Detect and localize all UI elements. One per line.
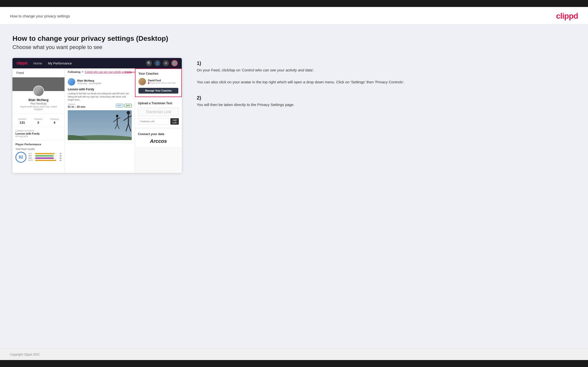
pp-score: 92 xyxy=(15,152,26,163)
pp-row: 92 OTT90APP85ARG86PUTT96 xyxy=(15,152,62,163)
user-avatar-nav[interactable] xyxy=(171,60,178,66)
activity-user-avatar xyxy=(68,78,75,86)
pp-bar-row: PUTT96 xyxy=(28,159,62,161)
coaches-section: Your Coaches David Ford Royal North Devo… xyxy=(135,68,182,97)
stat-activities-value: 131 xyxy=(18,121,26,124)
copyright: Copyright Clippd 2022 xyxy=(10,353,40,356)
stat-followers-value: 3 xyxy=(34,121,42,124)
instruction-2: 2) You will then be taken directly to th… xyxy=(197,95,576,108)
activity-badges: OTT APP xyxy=(116,104,132,107)
stat-following-value: 4 xyxy=(50,121,59,124)
profile-stats: Activities 131 Followers 3 Following 4 xyxy=(12,113,65,127)
header: How to change your privacy settings clip… xyxy=(0,7,588,25)
coach-item: David Ford Royal North Devon Golf Club xyxy=(138,78,178,85)
instruction-1: 1) On your Feed, click/tap on 'Control w… xyxy=(197,60,576,85)
feed-tab[interactable]: Feed xyxy=(12,68,65,77)
profile-handicap: Plus Handicap xyxy=(15,102,62,105)
nav-link-home[interactable]: Home xyxy=(33,61,42,65)
settings-icon[interactable]: ⚙ xyxy=(163,60,169,66)
center-panel: Following ▼ Control who can see your act… xyxy=(65,68,135,173)
instructions: 1) On your Feed, click/tap on 'Control w… xyxy=(192,58,576,118)
following-button[interactable]: Following ▼ xyxy=(68,70,84,73)
nav-icons: 🔍 👤 ⚙ xyxy=(146,60,178,66)
activity-user-info: Blair McHarg Yesterday · Sunningdale xyxy=(77,79,101,85)
coach-club-text: Royal North Devon Golf Club xyxy=(150,82,176,84)
svg-point-9 xyxy=(127,111,130,114)
pp-bar-fill xyxy=(35,153,55,154)
activity-card: Blair McHarg Yesterday · Sunningdale Les… xyxy=(65,76,135,143)
location-icon xyxy=(148,82,149,84)
stat-followers-label: Followers xyxy=(34,118,42,120)
right-panel: Your Coaches David Ford Royal North Devo… xyxy=(135,68,182,173)
pp-bar-row: ARG86 xyxy=(28,157,62,159)
profile-info: Blair McHarg Plus Handicap Royal North D… xyxy=(12,98,65,113)
pp-bar-label: OTT xyxy=(28,153,34,155)
activity-user-date: Yesterday · Sunningdale xyxy=(77,82,101,85)
arccos-logo: Arccos xyxy=(138,138,179,144)
following-label: Following xyxy=(68,70,80,73)
latest-activity: Latest Activity Lesson with Fordy 03 Aug… xyxy=(12,127,65,140)
pp-bar-track xyxy=(35,153,57,154)
coach-avatar xyxy=(138,78,146,85)
app-screenshot: clippd Home My Performance 🔍 👤 ⚙ Feed xyxy=(12,58,182,173)
pp-quality-label: Total Player Quality xyxy=(15,148,62,150)
trackman-placeholder: Trackman Link xyxy=(145,110,171,114)
annotation-line xyxy=(125,72,135,72)
page-subtitle: Choose what you want people to see xyxy=(12,44,576,51)
profile-avatar xyxy=(33,86,44,97)
pp-bar-label: ARG xyxy=(28,157,34,159)
duration-value: 01 hr : 30 min xyxy=(68,105,85,108)
activity-user-name: Blair McHarg xyxy=(77,79,101,82)
duration-label: Duration xyxy=(68,103,85,105)
pp-bar-value: 96 xyxy=(58,159,62,161)
pp-bar-fill xyxy=(35,155,54,157)
pp-bar-value: 86 xyxy=(58,157,62,159)
search-icon[interactable]: 🔍 xyxy=(146,60,152,66)
app-body: Feed Blair McHarg Plus Handicap Royal No… xyxy=(12,68,182,173)
footer: Copyright Clippd 2022 xyxy=(0,348,588,360)
profile-club: Royal North Devon Golf Club, United King… xyxy=(15,105,62,110)
trackman-input-row: Add Link xyxy=(138,118,179,125)
manage-coaches-button[interactable]: Manage Your Coaches xyxy=(138,88,178,94)
profile-banner xyxy=(12,77,65,91)
user-icon[interactable]: 👤 xyxy=(154,60,160,66)
badge-app: APP xyxy=(124,104,132,107)
pp-bar-value: 90 xyxy=(58,153,62,155)
pp-bars: OTT90APP85ARG86PUTT96 xyxy=(28,153,62,162)
stat-activities-label: Activities xyxy=(18,118,26,120)
app-nav: clippd Home My Performance 🔍 👤 ⚙ xyxy=(12,58,182,68)
coach-info: David Ford Royal North Devon Golf Club xyxy=(148,79,176,84)
coach-club: Royal North Devon Golf Club xyxy=(148,82,176,84)
nav-link-performance[interactable]: My Performance xyxy=(48,61,72,65)
activity-user: Blair McHarg Yesterday · Sunningdale xyxy=(68,78,132,86)
trackman-title: Upload a Trackman Test xyxy=(138,102,179,105)
pp-bar-fill xyxy=(35,157,54,159)
coach-name: David Ford xyxy=(148,79,176,82)
activity-title: Lesson with Fordy xyxy=(68,88,132,91)
content-row: clippd Home My Performance 🔍 👤 ⚙ Feed xyxy=(12,58,576,173)
left-panel: Feed Blair McHarg Plus Handicap Royal No… xyxy=(12,68,65,173)
svg-point-3 xyxy=(116,115,119,117)
activity-description: Looking to feel like my hands are exitin… xyxy=(68,92,132,102)
pp-bar-label: APP xyxy=(28,155,34,157)
pp-bar-value: 85 xyxy=(58,155,62,157)
page-title: How to change your privacy settings (Des… xyxy=(12,35,576,43)
pp-bar-row: APP85 xyxy=(28,155,62,157)
bottom-bar xyxy=(0,360,588,367)
stat-following: Following 4 xyxy=(50,116,59,124)
latest-activity-date: 03 Aug 2022 xyxy=(15,135,62,138)
pp-bar-label: PUTT xyxy=(28,159,34,161)
profile-name: Blair McHarg xyxy=(15,98,62,102)
trackman-input[interactable] xyxy=(138,118,169,125)
control-privacy-link[interactable]: Control who can see your activity and da… xyxy=(85,71,132,73)
instruction-1-text: On your Feed, click/tap on 'Control who … xyxy=(197,67,576,85)
trackman-link-box: Trackman Link xyxy=(138,107,179,116)
top-bar xyxy=(0,0,588,7)
pp-bar-track xyxy=(35,157,57,159)
following-bar-wrapper: Following ▼ Control who can see your act… xyxy=(65,68,135,76)
add-link-button[interactable]: Add Link xyxy=(170,118,179,125)
activity-duration: Duration 01 hr : 30 min OTT APP xyxy=(68,103,132,108)
instruction-2-text: You will then be taken directly to the P… xyxy=(197,102,576,108)
duration-info: Duration 01 hr : 30 min xyxy=(68,103,85,108)
coaches-title: Your Coaches xyxy=(138,72,178,75)
